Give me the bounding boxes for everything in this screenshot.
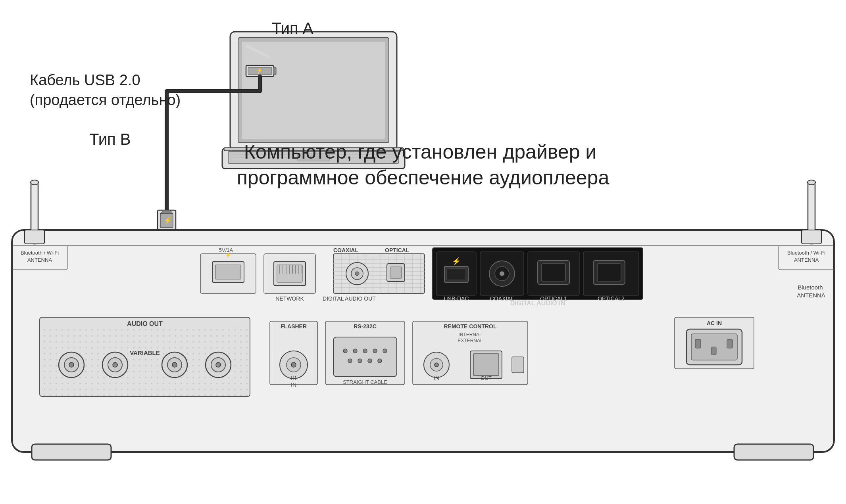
svg-point-118 — [216, 362, 221, 367]
diagram-svg: ⚡ ⚡ — [0, 0, 846, 504]
svg-rect-156 — [727, 339, 733, 348]
svg-text:DIGITAL AUDIO IN: DIGITAL AUDIO IN — [510, 300, 565, 307]
svg-rect-81 — [597, 264, 621, 281]
svg-text:STRAIGHT CABLE: STRAIGHT CABLE — [343, 379, 387, 385]
svg-text:AC IN: AC IN — [707, 320, 722, 326]
main-device: Bluetooth / Wi-Fi ANTENNA Bluetooth / Wi… — [12, 180, 834, 460]
svg-point-129 — [343, 349, 347, 353]
svg-rect-150 — [512, 357, 524, 373]
svg-rect-98 — [215, 265, 241, 279]
svg-text:Bluetooth / Wi-Fi: Bluetooth / Wi-Fi — [787, 250, 825, 256]
svg-point-31 — [808, 180, 815, 185]
svg-rect-21 — [734, 444, 813, 460]
label-type-b: Тип В — [89, 130, 131, 148]
svg-text:Bluetooth / Wi-Fi: Bluetooth / Wi-Fi — [21, 250, 59, 256]
digital-audio-out-area: COAXIAL OPTICAL DIGITAL AUDIO OUT — [323, 247, 425, 302]
svg-point-145 — [435, 363, 438, 367]
svg-text:DIGITAL AUDIO OUT: DIGITAL AUDIO OUT — [323, 295, 376, 302]
usb-power-port: 5V/1A ⎓ ⚡ — [200, 247, 256, 293]
svg-point-136 — [368, 359, 372, 363]
svg-text:IN: IN — [291, 381, 296, 388]
digital-audio-in-area: ⚡ USB-DAC COAXIAL OPTICAL1 — [433, 248, 643, 307]
svg-point-58 — [355, 272, 359, 276]
ac-in-section: AC IN — [675, 317, 754, 369]
svg-rect-20 — [32, 444, 111, 460]
svg-text:OUT: OUT — [481, 375, 492, 381]
label-type-a: Тип А — [272, 19, 313, 37]
svg-point-115 — [172, 362, 177, 367]
remote-control-section: REMOTE CONTROL INTERNAL EXTERNAL IN OUT — [413, 321, 528, 385]
svg-text:FLASHER: FLASHER — [281, 323, 307, 330]
svg-point-109 — [69, 362, 74, 367]
usb-type-a-connector: ⚡ — [246, 65, 276, 77]
svg-text:OPTICAL: OPTICAL — [385, 247, 410, 253]
svg-rect-128 — [333, 337, 397, 377]
svg-text:⚡: ⚡ — [256, 67, 263, 74]
svg-text:VARIABLE: VARIABLE — [130, 349, 160, 356]
flasher-ir-in: FLASHER IR IN — [270, 321, 317, 388]
svg-point-130 — [353, 349, 357, 353]
rs232c-port: RS-232C STRAIGHT CABLE — [325, 321, 405, 385]
svg-rect-30 — [802, 230, 821, 244]
svg-text:ANTENNA: ANTENNA — [27, 257, 52, 263]
svg-text:USB-DAC: USB-DAC — [444, 295, 469, 302]
svg-text:⚡: ⚡ — [163, 216, 173, 225]
svg-text:COAXIAL: COAXIAL — [333, 247, 358, 253]
svg-point-134 — [348, 359, 352, 363]
svg-point-112 — [113, 362, 117, 367]
main-container: ⚡ ⚡ — [0, 0, 846, 504]
svg-text:EXTERNAL: EXTERNAL — [458, 338, 483, 343]
svg-text:RS-232C: RS-232C — [354, 323, 377, 330]
svg-text:⚡: ⚡ — [452, 257, 461, 266]
svg-point-123 — [291, 362, 296, 367]
svg-point-133 — [383, 349, 387, 353]
svg-text:INTERNAL: INTERNAL — [458, 332, 482, 337]
svg-rect-60 — [390, 267, 402, 278]
svg-rect-24 — [25, 230, 44, 244]
svg-rect-14 — [273, 67, 276, 75]
svg-point-132 — [373, 349, 377, 353]
svg-text:IN: IN — [434, 375, 439, 381]
svg-point-25 — [31, 180, 38, 185]
usb-type-b-connector: ⚡ — [158, 210, 176, 231]
svg-point-73 — [500, 271, 504, 276]
svg-text:REMOTE CONTROL: REMOTE CONTROL — [444, 323, 497, 330]
svg-rect-68 — [447, 269, 466, 280]
svg-point-137 — [378, 359, 382, 363]
svg-rect-157 — [711, 347, 716, 355]
label-usb-cable: Кабель USB 2.0 (продается отдельно) — [30, 72, 181, 108]
svg-text:ANTENNA: ANTENNA — [794, 257, 819, 263]
svg-text:⚡: ⚡ — [225, 252, 232, 259]
audio-out-section: AUDIO OUT VARIABLE — [40, 317, 250, 397]
svg-text:OPTICAL2: OPTICAL2 — [598, 295, 625, 302]
svg-rect-2 — [242, 42, 385, 139]
svg-rect-155 — [695, 339, 701, 348]
svg-text:IR: IR — [291, 375, 296, 381]
svg-text:AUDIO OUT: AUDIO OUT — [127, 320, 163, 327]
svg-point-135 — [358, 359, 362, 363]
svg-text:NETWORK: NETWORK — [275, 295, 304, 302]
svg-rect-148 — [473, 354, 499, 376]
svg-point-131 — [363, 349, 367, 353]
svg-rect-77 — [542, 264, 565, 281]
